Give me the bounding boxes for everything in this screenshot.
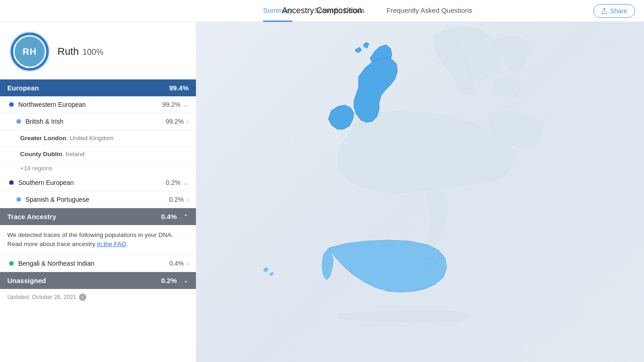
european-pct: 99.4% bbox=[169, 84, 189, 92]
trace-label: Trace Ancestry bbox=[7, 213, 56, 220]
chevron-right-icon: › bbox=[186, 118, 189, 125]
trace-section-header[interactable]: Trace Ancestry 0.4% ⌃ bbox=[0, 208, 196, 225]
region-county-dublin: County Dublin, Ireland bbox=[0, 146, 196, 162]
chevron-up-icon: ⌃ bbox=[183, 213, 189, 220]
spanish-portuguese-label: Spanish & Portuguese bbox=[26, 196, 169, 203]
british-irish-dot bbox=[16, 119, 21, 124]
trace-pct: 0.4% bbox=[161, 213, 177, 220]
header: Ancestry Composition Summary Scientific … bbox=[0, 0, 644, 22]
tab-faq[interactable]: Frequently Asked Questions bbox=[386, 0, 472, 22]
profile-name: Ruth bbox=[58, 46, 79, 58]
bengali-label: Bengali & Northeast Indian bbox=[18, 260, 169, 267]
british-irish-row[interactable]: British & Irish 99.2% › bbox=[0, 113, 196, 130]
bengali-row[interactable]: Bengali & Northeast Indian 0.4% › bbox=[0, 255, 196, 272]
avatar-ring: RH bbox=[9, 31, 50, 72]
page-title: Ancestry Composition bbox=[282, 6, 362, 16]
unassigned-section-header[interactable]: Unassigned 0.2% ⌄ bbox=[0, 272, 196, 289]
map-background bbox=[196, 22, 644, 362]
trace-description: We detected traces of the following popu… bbox=[0, 225, 196, 255]
unassigned-pct: 0.2% bbox=[161, 277, 177, 284]
region-london-text: Greater London, United Kingdom bbox=[20, 135, 114, 142]
avatar: RH bbox=[13, 35, 46, 68]
info-icon[interactable]: i bbox=[79, 294, 86, 301]
ancestry-map bbox=[196, 22, 644, 362]
map-area bbox=[196, 22, 644, 362]
european-label: European bbox=[7, 84, 39, 92]
southern-pct: 0.2% bbox=[166, 179, 180, 186]
chevron-down-icon-3: ⌄ bbox=[183, 277, 189, 284]
unassigned-label: Unassigned bbox=[7, 277, 46, 284]
british-irish-pct: 99.2% bbox=[166, 118, 184, 125]
chevron-right-icon-2: › bbox=[186, 196, 189, 203]
southern-row[interactable]: Southern European 0.2% ⌄ bbox=[0, 174, 196, 191]
southern-label: Southern European bbox=[18, 179, 166, 186]
region-greater-london: Greater London, United Kingdom bbox=[0, 130, 196, 146]
share-icon bbox=[601, 8, 607, 14]
region-dublin-text: County Dublin, Ireland bbox=[20, 151, 84, 157]
faq-link[interactable]: in the FAQ bbox=[97, 241, 127, 247]
profile-info: Ruth 100% bbox=[58, 46, 104, 58]
northwestern-label: Northwestern European bbox=[18, 101, 162, 108]
chevron-down-icon-2: ⌄ bbox=[183, 179, 189, 186]
profile-section: RH Ruth 100% bbox=[0, 22, 196, 79]
spanish-portuguese-pct: 0.2% bbox=[169, 196, 184, 203]
main-content: RH Ruth 100% European 99.4% Northwestern… bbox=[0, 22, 644, 362]
european-section-header[interactable]: European 99.4% bbox=[0, 79, 196, 96]
more-regions: +18 regions bbox=[0, 162, 196, 174]
chevron-down-icon: ⌄ bbox=[183, 101, 189, 108]
avatar-initials: RH bbox=[23, 47, 37, 57]
left-panel: RH Ruth 100% European 99.4% Northwestern… bbox=[0, 22, 196, 362]
updated-date: Updated: October 28, 2021 i bbox=[0, 289, 196, 305]
british-irish-label: British & Irish bbox=[26, 118, 166, 125]
spanish-portuguese-dot bbox=[16, 197, 21, 202]
profile-percentage: 100% bbox=[82, 47, 103, 57]
spanish-portuguese-row[interactable]: Spanish & Portuguese 0.2% › bbox=[0, 191, 196, 208]
share-button[interactable]: Share bbox=[593, 4, 635, 18]
southern-dot bbox=[9, 180, 14, 185]
northwestern-pct: 99.2% bbox=[162, 101, 180, 108]
chevron-right-icon-3: › bbox=[186, 260, 189, 267]
bengali-pct: 0.4% bbox=[169, 260, 184, 267]
northwestern-row[interactable]: Northwestern European 99.2% ⌄ bbox=[0, 96, 196, 113]
bengali-dot bbox=[9, 261, 14, 266]
northwestern-dot bbox=[9, 102, 14, 107]
